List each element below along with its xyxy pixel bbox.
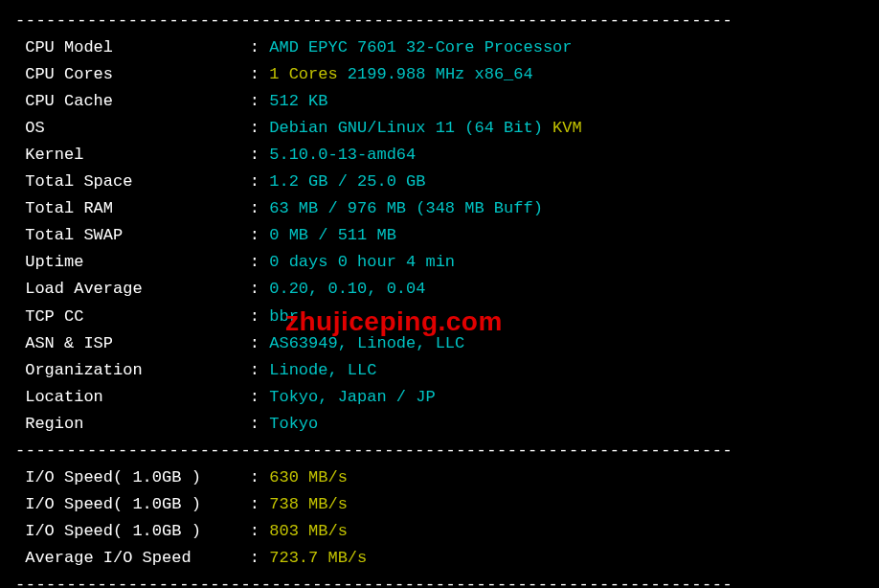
row-region: Region: Tokyo	[15, 411, 864, 438]
label: Total Space	[15, 169, 250, 195]
label: Total SWAP	[15, 222, 250, 249]
row-location: Location: Tokyo, Japan / JP	[15, 384, 864, 411]
row-io-avg: Average I/O Speed: 723.7 MB/s	[15, 545, 864, 572]
value: 0 MB / 511 MB	[269, 226, 396, 244]
row-tcp-cc: TCP CC: bbr	[15, 304, 864, 330]
divider-top: ----------------------------------------…	[15, 8, 864, 34]
row-load-avg: Load Average: 0.20, 0.10, 0.04	[15, 276, 864, 303]
value: 803 MB/s	[269, 522, 348, 540]
label: CPU Model	[15, 34, 250, 61]
row-organization: Organization: Linode, LLC	[15, 357, 864, 384]
value: Tokyo	[269, 415, 318, 433]
label: Average I/O Speed	[15, 545, 250, 572]
value: 63 MB / 976 MB (348 MB Buff)	[269, 199, 543, 217]
row-total-swap: Total SWAP: 0 MB / 511 MB	[15, 222, 864, 249]
label: CPU Cores	[15, 61, 250, 88]
label: I/O Speed( 1.0GB )	[15, 518, 250, 545]
row-cpu-cores: CPU Cores: 1 Cores 2199.988 MHz x86_64	[15, 61, 864, 88]
value: 0 days 0 hour 4 min	[269, 253, 455, 271]
row-cpu-model: CPU Model: AMD EPYC 7601 32-Core Process…	[15, 34, 864, 61]
label: Location	[15, 384, 250, 411]
cores-freq: 2199.988 MHz x86_64	[348, 65, 533, 83]
value: Tokyo, Japan / JP	[269, 388, 435, 406]
os-value: Debian GNU/Linux 11 (64 Bit)	[269, 119, 543, 137]
value: Linode, LLC	[269, 361, 376, 379]
os-virt: KVM	[552, 119, 582, 137]
value: AMD EPYC 7601 32-Core Processor	[269, 38, 572, 57]
label: OS	[15, 115, 250, 142]
value: 512 KB	[269, 92, 327, 110]
value: bbr	[269, 307, 299, 326]
value: 5.10.0-13-amd64	[269, 146, 416, 164]
row-io-3: I/O Speed( 1.0GB ): 803 MB/s	[15, 518, 864, 545]
row-uptime: Uptime: 0 days 0 hour 4 min	[15, 249, 864, 276]
label: Uptime	[15, 249, 250, 276]
row-os: OS: Debian GNU/Linux 11 (64 Bit) KVM	[15, 115, 864, 142]
label: I/O Speed( 1.0GB )	[15, 464, 250, 491]
value: 738 MB/s	[269, 495, 348, 513]
row-kernel: Kernel: 5.10.0-13-amd64	[15, 142, 864, 169]
label: Region	[15, 411, 250, 438]
value: AS63949, Linode, LLC	[269, 334, 464, 352]
row-cpu-cache: CPU Cache: 512 KB	[15, 88, 864, 115]
row-total-space: Total Space: 1.2 GB / 25.0 GB	[15, 169, 864, 195]
row-io-1: I/O Speed( 1.0GB ): 630 MB/s	[15, 464, 864, 491]
terminal-output: ----------------------------------------…	[0, 0, 879, 588]
label: I/O Speed( 1.0GB )	[15, 491, 250, 518]
row-asn-isp: ASN & ISP: AS63949, Linode, LLC	[15, 330, 864, 357]
value: 1.2 GB / 25.0 GB	[269, 172, 425, 191]
label: Kernel	[15, 142, 250, 169]
row-io-2: I/O Speed( 1.0GB ): 738 MB/s	[15, 491, 864, 518]
value: 723.7 MB/s	[269, 549, 367, 567]
label: Load Average	[15, 276, 250, 303]
label: Organization	[15, 357, 250, 384]
divider-mid: ----------------------------------------…	[15, 438, 864, 464]
value: 0.20, 0.10, 0.04	[269, 280, 425, 298]
row-total-ram: Total RAM: 63 MB / 976 MB (348 MB Buff)	[15, 195, 864, 222]
label: TCP CC	[15, 304, 250, 330]
label: CPU Cache	[15, 88, 250, 115]
divider-bottom: ----------------------------------------…	[15, 572, 864, 588]
label: Total RAM	[15, 195, 250, 222]
cores-count: 1 Cores	[269, 65, 337, 83]
value: 630 MB/s	[269, 468, 348, 486]
label: ASN & ISP	[15, 330, 250, 357]
